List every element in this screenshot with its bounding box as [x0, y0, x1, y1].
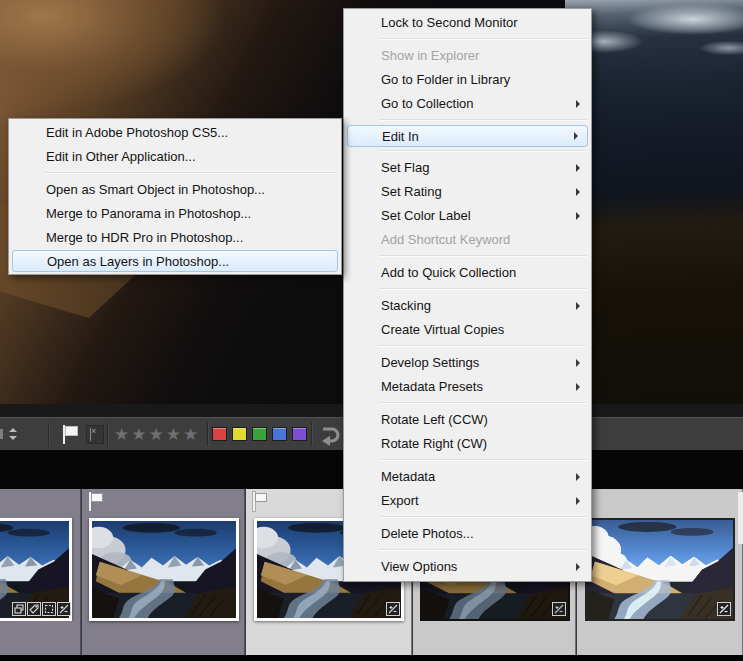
- menu-item-rotate-right-cw[interactable]: Rotate Right (CW): [346, 432, 589, 456]
- color-label-swatch-3[interactable]: [272, 427, 287, 441]
- menu-item-label: Develop Settings: [381, 355, 479, 370]
- menu-separator: [379, 119, 587, 121]
- menu-item-label: View Options: [381, 559, 457, 574]
- menu-item-label: Stacking: [381, 298, 431, 313]
- menu-item-set-flag[interactable]: Set Flag: [346, 156, 589, 180]
- submenu-arrow-icon: [576, 359, 580, 367]
- menu-item-view-options[interactable]: View Options: [346, 555, 589, 579]
- menu-separator: [379, 345, 587, 347]
- sort-direction-spinner[interactable]: [8, 427, 17, 441]
- pick-flag-icon: [252, 492, 270, 512]
- edit-in-submenu: Edit in Adobe Photoshop CS5...Edit in Ot…: [8, 118, 342, 275]
- photo-thumbnail[interactable]: [0, 518, 75, 621]
- menu-item-open-as-smart-object-in-photoshop[interactable]: Open as Smart Object in Photoshop...: [11, 178, 339, 202]
- menu-item-merge-to-panorama-in-photoshop[interactable]: Merge to Panorama in Photoshop...: [11, 202, 339, 226]
- menu-item-label: Merge to HDR Pro in Photoshop...: [46, 230, 243, 245]
- toolbar-separator: [311, 422, 312, 446]
- develop-badge[interactable]: [717, 602, 731, 616]
- menu-item-develop-settings[interactable]: Develop Settings: [346, 351, 589, 375]
- menu-item-label: Delete Photos...: [381, 526, 474, 541]
- develop-badge[interactable]: [57, 602, 71, 616]
- menu-separator: [379, 255, 587, 257]
- menu-separator: [44, 172, 337, 174]
- reject-x-icon: ×: [91, 427, 96, 436]
- filmstrip-scrollbar[interactable]: [738, 492, 743, 544]
- menu-item-export[interactable]: Export: [346, 489, 589, 513]
- submenu-arrow-icon: [576, 497, 580, 505]
- keyword-badge-icon: [29, 604, 39, 614]
- menu-item-label: Edit in Adobe Photoshop CS5...: [46, 125, 228, 140]
- pick-flag-icon: [88, 492, 106, 512]
- reject-flag-button[interactable]: ×: [86, 425, 104, 444]
- pick-flag-button[interactable]: [61, 425, 81, 445]
- thumbnail-image: [585, 518, 735, 621]
- bottom-edge-bar: [0, 655, 743, 661]
- menu-item-metadata-presets[interactable]: Metadata Presets: [346, 375, 589, 399]
- menu-item-label: Go to Folder in Library: [381, 72, 510, 87]
- rotate-left-icon: [317, 423, 341, 447]
- keyword-badge[interactable]: [27, 602, 41, 616]
- submenu-arrow-icon: [576, 302, 580, 310]
- menu-separator: [379, 402, 587, 404]
- menu-item-label: Metadata Presets: [381, 379, 483, 394]
- color-label-swatch-2[interactable]: [252, 427, 267, 441]
- submenu-arrow-icon: [576, 188, 580, 196]
- menu-item-merge-to-hdr-pro-in-photoshop[interactable]: Merge to HDR Pro in Photoshop...: [11, 226, 339, 250]
- menu-item-go-to-collection[interactable]: Go to Collection: [346, 92, 589, 116]
- menu-item-label: Show in Explorer: [381, 48, 479, 63]
- menu-item-label: Open as Layers in Photoshop...: [47, 254, 229, 269]
- menu-separator: [379, 150, 587, 152]
- menu-item-add-to-quick-collection[interactable]: Add to Quick Collection: [346, 261, 589, 285]
- menu-item-label: Add Shortcut Keyword: [381, 232, 510, 247]
- submenu-arrow-icon: [576, 563, 580, 571]
- copy-badge[interactable]: [12, 602, 26, 616]
- submenu-arrow-icon: [576, 100, 580, 108]
- crop-badge-icon: [44, 604, 54, 614]
- photo-context-menu: Lock to Second MonitorShow in ExplorerGo…: [343, 8, 592, 582]
- menu-item-metadata[interactable]: Metadata: [346, 465, 589, 489]
- menu-item-stacking[interactable]: Stacking: [346, 294, 589, 318]
- menu-separator: [379, 288, 587, 290]
- menu-item-rotate-left-ccw[interactable]: Rotate Left (CCW): [346, 408, 589, 432]
- menu-item-edit-in-other-application[interactable]: Edit in Other Application...: [11, 145, 339, 169]
- menu-item-set-color-label[interactable]: Set Color Label: [346, 204, 589, 228]
- filmstrip-cell-2[interactable]: [82, 489, 245, 655]
- menu-item-open-as-layers-in-photoshop[interactable]: Open as Layers in Photoshop...: [12, 250, 338, 272]
- menu-item-label: Set Flag: [381, 160, 429, 175]
- menu-item-go-to-folder-in-library[interactable]: Go to Folder in Library: [346, 68, 589, 92]
- menu-item-lock-to-second-monitor[interactable]: Lock to Second Monitor: [346, 11, 589, 35]
- photo-thumbnail[interactable]: [585, 518, 735, 621]
- toolbar-separator: [48, 422, 49, 446]
- toolbar-separator: [207, 422, 208, 446]
- color-label-swatch-0[interactable]: [212, 427, 227, 441]
- thumbnail-badges: [552, 602, 566, 616]
- menu-separator: [379, 38, 587, 40]
- develop-badge-icon: [59, 604, 69, 614]
- lightroom-window: × ★★★★★ Lock to Second MonitorShow in Ex…: [0, 0, 743, 661]
- menu-item-set-rating[interactable]: Set Rating: [346, 180, 589, 204]
- sort-up-icon: [9, 428, 17, 432]
- menu-item-delete-photos[interactable]: Delete Photos...: [346, 522, 589, 546]
- color-label-swatch-4[interactable]: [292, 427, 307, 441]
- submenu-arrow-icon: [574, 132, 578, 140]
- menu-item-create-virtual-copies[interactable]: Create Virtual Copies: [346, 318, 589, 342]
- rotate-left-button[interactable]: [317, 423, 341, 451]
- sort-down-icon: [9, 436, 17, 440]
- photo-thumbnail[interactable]: [89, 518, 239, 621]
- color-label-swatch-1[interactable]: [232, 427, 247, 441]
- menu-item-edit-in[interactable]: Edit In: [347, 125, 588, 147]
- filmstrip-cell-5[interactable]: [577, 489, 743, 655]
- menu-separator: [379, 459, 587, 461]
- star-rating-control[interactable]: ★★★★★: [114, 424, 200, 445]
- menu-item-label: Create Virtual Copies: [381, 322, 504, 337]
- menu-item-label: Lock to Second Monitor: [381, 15, 518, 30]
- copy-badge-icon: [14, 604, 24, 614]
- filmstrip-cell-1[interactable]: [0, 489, 81, 655]
- cropped-control-fragment: [0, 429, 3, 439]
- develop-badge[interactable]: [552, 602, 566, 616]
- menu-separator: [379, 516, 587, 518]
- crop-badge[interactable]: [42, 602, 56, 616]
- develop-badge[interactable]: [386, 602, 400, 616]
- menu-item-edit-in-adobe-photoshop-cs5[interactable]: Edit in Adobe Photoshop CS5...: [11, 121, 339, 145]
- pick-flag-banner: [65, 426, 78, 436]
